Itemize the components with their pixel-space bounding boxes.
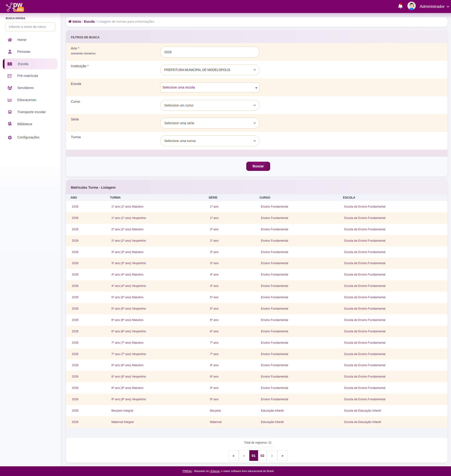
svg-text:EDU: EDU <box>17 8 23 11</box>
